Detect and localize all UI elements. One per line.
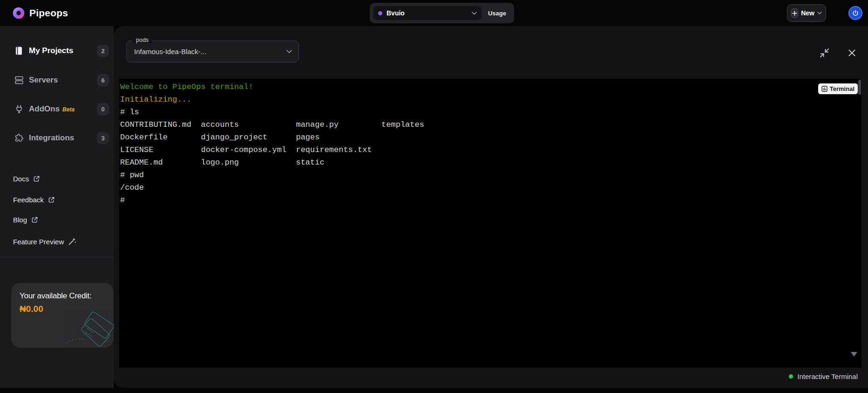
integrations-icon bbox=[14, 133, 24, 143]
brand-logo-link[interactable]: Pipeops bbox=[12, 0, 68, 26]
sidebar-item-addons[interactable]: AddOns Beta 0 bbox=[0, 100, 114, 118]
feature-preview-link[interactable]: Feature Preview bbox=[13, 237, 76, 246]
close-icon bbox=[847, 48, 857, 58]
addons-icon bbox=[14, 104, 24, 114]
credit-label: Your available Credit: bbox=[20, 291, 91, 301]
brand-name: Pipeops bbox=[29, 7, 68, 19]
sidebar-item-label: AddOns bbox=[29, 104, 60, 114]
terminal-scrollbar[interactable] bbox=[857, 79, 861, 368]
count-badge: 0 bbox=[97, 103, 109, 115]
workspace-selector[interactable]: Bvuio bbox=[373, 6, 481, 20]
terminal-screen[interactable]: Welcome to PipeOps terminal! Initializin… bbox=[119, 79, 861, 368]
terminal-panel: pods Infamous-Idea-Black-... bbox=[114, 26, 868, 388]
terminal-line: Initializing... bbox=[120, 93, 854, 106]
usage-link[interactable]: Usage bbox=[488, 3, 506, 23]
link-label: Blog bbox=[13, 216, 27, 224]
terminal-line: # ls bbox=[120, 106, 854, 118]
workspace-name: Bvuio bbox=[387, 9, 468, 17]
terminal-line: # pwd bbox=[120, 169, 854, 181]
top-header: Pipeops Bvuio Usage New bbox=[0, 0, 868, 26]
account-power-button[interactable] bbox=[848, 6, 862, 20]
magic-wand-icon bbox=[68, 237, 76, 246]
plus-icon bbox=[791, 8, 798, 18]
link-label: Feedback bbox=[13, 196, 44, 204]
external-link-icon bbox=[33, 175, 40, 182]
count-badge: 2 bbox=[97, 45, 109, 57]
pipeops-logo-icon bbox=[12, 7, 25, 20]
chevron-down-icon bbox=[472, 12, 477, 15]
status-dot bbox=[789, 374, 793, 379]
projects-icon bbox=[14, 46, 24, 56]
sidebar: My Projects 2 Servers 6 bbox=[0, 26, 114, 388]
sidebar-item-servers[interactable]: Servers 6 bbox=[0, 71, 114, 90]
workspace-status-dot bbox=[378, 11, 382, 15]
credit-amount: ₦0.00 bbox=[20, 304, 43, 314]
blog-link[interactable]: Blog bbox=[13, 215, 38, 224]
close-panel-button[interactable] bbox=[846, 47, 858, 59]
terminal-line: Dockerfile django_project pages bbox=[120, 131, 854, 144]
collapse-panel-button[interactable] bbox=[818, 47, 830, 59]
sidebar-item-label: Integrations bbox=[29, 133, 74, 143]
terminal-status: Interactive Terminal bbox=[789, 371, 858, 381]
terminal-tab-badge[interactable]: Terminal bbox=[818, 83, 858, 94]
credit-card: Your available Credit: ₦0.00 bbox=[11, 283, 114, 348]
link-label: Feature Preview bbox=[13, 238, 64, 246]
count-badge: 6 bbox=[97, 74, 109, 86]
new-button-label: New bbox=[801, 9, 814, 17]
terminal-line: LICENSE docker-compose.yml requirements.… bbox=[120, 144, 854, 156]
feedback-link[interactable]: Feedback bbox=[13, 195, 55, 204]
chevron-down-icon bbox=[817, 12, 822, 14]
terminal-line: Welcome to PipeOps terminal! bbox=[120, 81, 854, 93]
external-link-icon bbox=[48, 196, 55, 203]
pods-field-label: pods bbox=[132, 37, 152, 43]
sidebar-item-label: My Projects bbox=[29, 46, 73, 55]
terminal-output: Welcome to PipeOps terminal! Initializin… bbox=[120, 81, 854, 207]
power-icon bbox=[852, 10, 859, 16]
workspace-bar: Bvuio Usage bbox=[370, 3, 514, 23]
terminal-line: CONTRIBUTING.md accounts manage.py templ… bbox=[120, 118, 854, 131]
selected-pod-name: Infamous-Idea-Black-... bbox=[134, 48, 206, 55]
app-root: Pipeops Bvuio Usage New bbox=[0, 0, 868, 393]
scrollbar-thumb[interactable] bbox=[858, 80, 861, 95]
beta-tag: Beta bbox=[62, 106, 75, 113]
status-label: Interactive Terminal bbox=[797, 372, 858, 380]
chevron-down-icon bbox=[286, 50, 292, 53]
collapse-icon bbox=[819, 48, 830, 58]
sidebar-item-integrations[interactable]: Integrations 3 bbox=[0, 129, 114, 147]
link-label: Docs bbox=[13, 175, 29, 183]
count-badge: 3 bbox=[97, 132, 109, 144]
terminal-icon bbox=[821, 86, 827, 92]
credit-illustration bbox=[59, 304, 114, 348]
sidebar-item-label: Servers bbox=[29, 76, 58, 85]
docs-link[interactable]: Docs bbox=[13, 174, 40, 183]
servers-icon bbox=[14, 75, 24, 85]
pod-selector[interactable]: pods Infamous-Idea-Black-... bbox=[126, 41, 299, 62]
terminal-line: # bbox=[120, 194, 854, 207]
terminal-line: README.md logo.png static bbox=[120, 156, 854, 169]
sidebar-item-my-projects[interactable]: My Projects 2 bbox=[0, 41, 114, 60]
scroll-down-icon[interactable] bbox=[851, 352, 857, 357]
sidebar-divider bbox=[0, 257, 114, 257]
new-button[interactable]: New bbox=[787, 4, 826, 22]
terminal-line: /code bbox=[120, 181, 854, 194]
terminal-badge-label: Terminal bbox=[830, 85, 854, 92]
external-link-icon bbox=[31, 216, 38, 223]
